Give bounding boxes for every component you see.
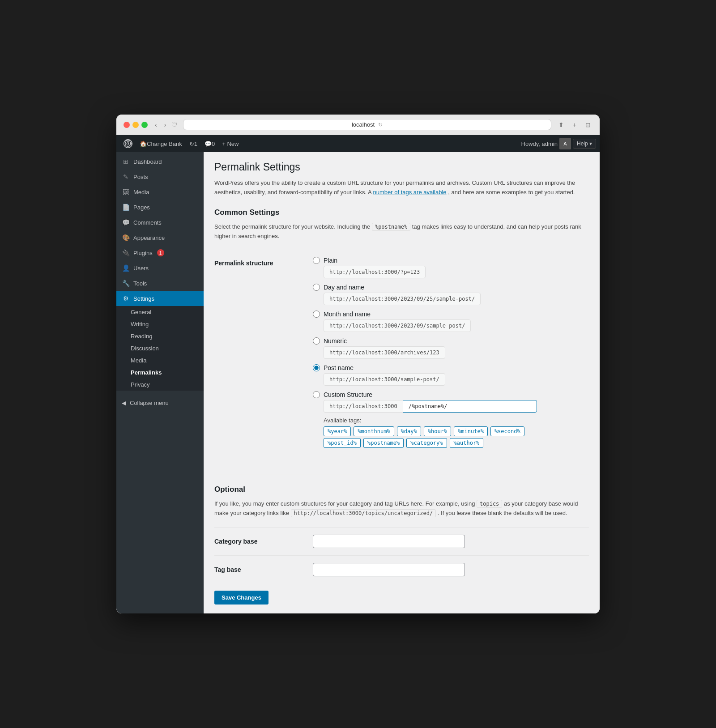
radio-numeric[interactable]	[313, 337, 320, 345]
tag-base-row: Tag base	[214, 555, 589, 576]
option-post-name: Post name http://localhost:3000/sample-p…	[313, 364, 589, 386]
page-description: WordPress offers you the ability to crea…	[214, 179, 589, 197]
browser-chrome: ‹ › 🛡 localhost ↻ ⬆ + ⊡	[116, 115, 600, 135]
sidebar-subitem-writing[interactable]: Writing	[116, 318, 204, 330]
permalink-structure-field: Plain http://localhost:3000/?p=123 Day a…	[313, 250, 589, 460]
admin-bar-wp-logo[interactable]	[120, 135, 136, 152]
common-settings-title: Common Settings	[214, 206, 589, 217]
sidebar-item-appearance[interactable]: 🎨 Appearance	[116, 230, 204, 245]
common-settings-description: Select the permalink structure for your …	[214, 222, 589, 241]
forward-button[interactable]: ›	[162, 120, 168, 129]
wordpress-icon	[124, 139, 132, 148]
radio-post-name[interactable]	[313, 364, 320, 371]
updates-count: 1	[194, 140, 197, 147]
post-name-label: Post name	[324, 364, 354, 371]
cs-desc-prefix: Select the permalink structure for your …	[214, 223, 372, 230]
radio-custom[interactable]	[313, 391, 320, 398]
save-changes-button[interactable]: Save Changes	[214, 591, 268, 605]
sidebar-subitem-discussion[interactable]: Discussion	[116, 342, 204, 354]
sidebar-item-comments[interactable]: 💬 Comments	[116, 215, 204, 230]
refresh-icon[interactable]: ↻	[378, 122, 383, 128]
sidebar-subitem-general[interactable]: General	[116, 306, 204, 318]
permalink-structure-label: Permalink structure	[214, 250, 313, 460]
admin-bar-new[interactable]: + New	[218, 135, 242, 152]
category-base-row: Category base	[214, 527, 589, 548]
plain-label: Plain	[324, 257, 337, 264]
postname-tag: %postname%	[372, 223, 410, 231]
plugins-badge: 1	[157, 249, 164, 256]
home-icon: 🏠	[140, 140, 147, 147]
tag-base-input[interactable]	[313, 563, 465, 576]
sidebar-item-media[interactable]: 🖼 Media	[116, 184, 204, 200]
appearance-icon: 🎨	[122, 234, 130, 242]
browser-window: ‹ › 🛡 localhost ↻ ⬆ + ⊡	[116, 115, 600, 613]
tag-second[interactable]: %second%	[490, 426, 524, 436]
tag-year[interactable]: %year%	[324, 426, 351, 436]
discussion-label: Discussion	[131, 345, 159, 352]
option-plain: Plain http://localhost:3000/?p=123	[313, 257, 589, 278]
traffic-lights	[124, 122, 148, 128]
admin-bar-comments[interactable]: 💬 0	[201, 135, 218, 152]
browser-action-buttons: ⬆ + ⊡	[557, 120, 592, 129]
tag-hour[interactable]: %hour%	[424, 426, 451, 436]
sidebar-item-plugins[interactable]: 🔌 Plugins 1	[116, 245, 204, 260]
minimize-button[interactable]	[132, 122, 139, 128]
close-button[interactable]	[124, 122, 130, 128]
category-base-input[interactable]	[313, 535, 465, 548]
site-name: Change Bank	[147, 140, 182, 147]
help-button[interactable]: Help ▾	[573, 139, 596, 149]
admin-bar-right: Howdy, admin A Help ▾	[521, 138, 596, 149]
option-numeric: Numeric http://localhost:3000/archives/1…	[313, 337, 589, 359]
plain-url: http://localhost:3000/?p=123	[324, 266, 426, 278]
sidebar-item-posts[interactable]: ✎ Posts	[116, 169, 204, 184]
label-post-name[interactable]: Post name	[313, 364, 589, 371]
label-month-name[interactable]: Month and name	[313, 311, 589, 318]
opt-desc-suffix: . If you leave these blank the defaults …	[438, 510, 567, 516]
comments-icon: 💬	[205, 140, 212, 147]
share-button[interactable]: ⬆	[557, 120, 566, 129]
media-icon: 🖼	[122, 188, 130, 196]
address-bar[interactable]: localhost ↻	[183, 119, 551, 130]
url-text: localhost	[352, 121, 375, 128]
sidebar-item-tools[interactable]: 🔧 Tools	[116, 276, 204, 291]
collapse-icon: ◀	[122, 400, 126, 406]
sidebar-item-settings[interactable]: ⚙ Settings	[116, 291, 204, 306]
tags-available-link[interactable]: number of tags are available	[373, 189, 447, 196]
sidebar-item-pages[interactable]: 📄 Pages	[116, 200, 204, 215]
admin-bar-updates[interactable]: ↻ 1	[186, 135, 201, 152]
label-numeric[interactable]: Numeric	[313, 337, 589, 345]
admin-bar-home[interactable]: 🏠 Change Bank	[136, 135, 186, 152]
option-month-name: Month and name http://localhost:3000/202…	[313, 311, 589, 332]
label-day-name[interactable]: Day and name	[313, 284, 589, 291]
admin-avatar[interactable]: A	[559, 138, 571, 149]
tag-post-id[interactable]: %post_id%	[324, 438, 361, 448]
sidebar-subitem-permalinks[interactable]: Permalinks	[116, 366, 204, 379]
tag-category[interactable]: %category%	[406, 438, 447, 448]
radio-plain[interactable]	[313, 257, 320, 264]
sidebar-item-users[interactable]: 👤 Users	[116, 260, 204, 276]
new-tab-button[interactable]: +	[571, 120, 578, 129]
sidebar-label-tools: Tools	[133, 280, 147, 287]
sidebar-item-dashboard[interactable]: ⊞ Dashboard	[116, 154, 204, 169]
back-button[interactable]: ‹	[153, 120, 159, 129]
collapse-menu-item[interactable]: ◀ Collapse menu	[116, 394, 204, 412]
media-sub-label: Media	[131, 357, 146, 364]
page-desc-suffix: , and here are some examples to get you …	[448, 189, 575, 196]
custom-structure-input[interactable]	[403, 400, 537, 413]
sidebar-subitem-media[interactable]: Media	[116, 354, 204, 366]
radio-day-name[interactable]	[313, 284, 320, 291]
sidebar-subitem-privacy[interactable]: Privacy	[116, 379, 204, 391]
tag-monthnum[interactable]: %monthnum%	[354, 426, 394, 436]
radio-month-name[interactable]	[313, 311, 320, 318]
tag-day[interactable]: %day%	[397, 426, 421, 436]
tag-minute[interactable]: %minute%	[454, 426, 488, 436]
label-plain[interactable]: Plain	[313, 257, 589, 264]
settings-table: Permalink structure Plain http://localho…	[214, 250, 589, 460]
label-custom[interactable]: Custom Structure	[313, 391, 589, 398]
tabs-button[interactable]: ⊡	[584, 120, 592, 129]
tag-postname[interactable]: %postname%	[363, 438, 404, 448]
custom-structure-row: http://localhost:3000	[324, 400, 589, 413]
sidebar-subitem-reading[interactable]: Reading	[116, 330, 204, 342]
tag-author[interactable]: %author%	[450, 438, 484, 448]
maximize-button[interactable]	[141, 122, 148, 128]
